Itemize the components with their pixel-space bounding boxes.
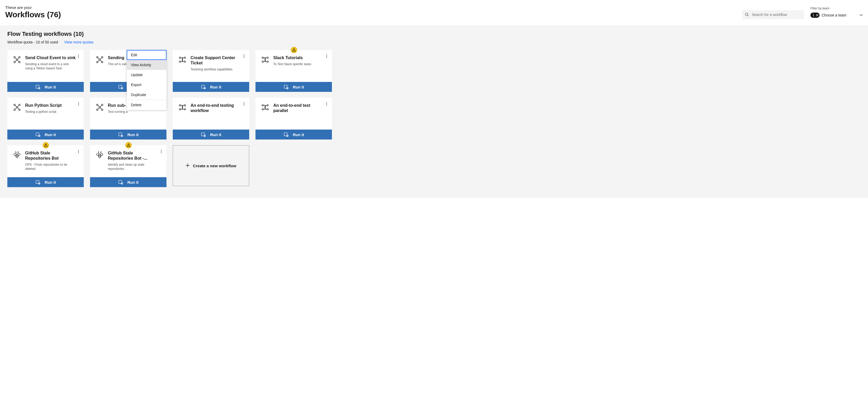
card-body: Send Cloud Event to sinkSending a cloud … [7, 50, 84, 82]
card-menu-button[interactable] [323, 53, 330, 60]
run-button-label: Run it [210, 85, 221, 89]
run-button-label: Run it [127, 132, 139, 137]
team-chip[interactable]: 1 [810, 12, 819, 18]
svg-point-92 [78, 150, 79, 151]
card-body: GitHub Stale Repositories Bot -...Identi… [90, 145, 166, 177]
svg-point-113 [97, 153, 99, 155]
run-button[interactable]: Run it [173, 82, 249, 92]
svg-point-77 [179, 105, 181, 106]
workflow-card: An end-to-end testing workflowRun it [173, 98, 249, 139]
workflow-card: GitHub Stale Repositories BotOPS - Finds… [7, 145, 84, 187]
svg-point-74 [244, 102, 245, 103]
run-button[interactable]: Run it [7, 177, 84, 187]
svg-point-50 [78, 105, 79, 106]
card-menu-button[interactable] [323, 100, 330, 107]
card-menu-button[interactable] [75, 100, 82, 107]
workflow-type-icon [13, 55, 22, 79]
menu-item-edit[interactable]: Edit [127, 50, 166, 60]
menu-item-update[interactable]: Update [127, 70, 166, 80]
svg-point-0 [745, 13, 748, 16]
team-chip-count: 1 [812, 13, 814, 17]
svg-line-69 [98, 105, 99, 107]
card-title: An end-to-end test parallel [273, 103, 324, 113]
menu-item-duplicate[interactable]: Duplicate [127, 90, 166, 100]
card-text-block: An end-to-end test parallel [273, 103, 324, 127]
svg-line-72 [100, 108, 102, 109]
svg-point-34 [184, 57, 186, 59]
card-body: Slack TutorialsTo Test Slack specific ta… [255, 50, 332, 82]
svg-point-43 [262, 57, 264, 59]
svg-line-1 [748, 15, 749, 17]
svg-point-49 [78, 104, 79, 104]
run-button[interactable]: Run it [7, 82, 84, 92]
workflow-type-icon [13, 103, 22, 127]
svg-line-12 [15, 58, 17, 59]
card-description: Testing a python script [25, 110, 76, 114]
card-menu-button[interactable] [75, 53, 82, 60]
run-button-label: Run it [45, 180, 56, 185]
svg-line-58 [15, 108, 17, 109]
workflow-type-icon [261, 55, 270, 79]
svg-line-71 [98, 108, 99, 109]
workflow-cards-grid: Send Cloud Event to sinkSending a cloud … [7, 50, 861, 187]
create-workflow-label: Create a new workflow [193, 164, 236, 168]
run-button[interactable]: Run it [255, 130, 332, 139]
svg-line-25 [98, 58, 99, 59]
svg-point-91 [45, 146, 46, 147]
svg-point-31 [244, 56, 245, 57]
search-box[interactable] [742, 10, 804, 19]
card-menu-button[interactable] [158, 148, 165, 155]
svg-line-26 [100, 58, 102, 59]
run-button[interactable]: Run it [173, 130, 249, 139]
svg-point-35 [179, 61, 181, 63]
card-title: Create Support Center Ticket [191, 55, 242, 66]
run-button[interactable]: Run it [255, 82, 332, 92]
svg-point-108 [161, 151, 162, 152]
svg-point-118 [101, 152, 101, 152]
workflow-type-icon [179, 55, 187, 79]
card-actions-menu[interactable]: Edit View Activity Update Export Duplica… [127, 50, 166, 110]
header-controls: Filter by team 1 Choose a team [742, 6, 863, 19]
card-text-block: Create Support Center TicketTestining wo… [191, 55, 242, 79]
workflow-type-icon [13, 151, 22, 174]
svg-point-46 [267, 61, 269, 63]
card-title: An end-to-end testing workflow [191, 103, 242, 113]
svg-line-14 [15, 60, 17, 62]
menu-item-delete[interactable]: Delete [127, 100, 166, 110]
card-description: To Test Slack specific tasks [273, 62, 324, 66]
card-text-block: Slack TutorialsTo Test Slack specific ta… [273, 55, 324, 79]
card-description: Identify and clean up stale repositories [108, 162, 159, 171]
workflow-card: An end-to-end test parallelRun it [255, 98, 332, 139]
svg-point-86 [267, 105, 269, 106]
card-menu-button[interactable] [240, 100, 248, 107]
card-body: An end-to-end testing workflow [173, 98, 249, 130]
card-menu-button[interactable] [240, 53, 248, 60]
svg-point-33 [179, 57, 181, 59]
team-picker[interactable]: 1 Choose a team [810, 11, 863, 19]
close-icon[interactable] [816, 14, 818, 17]
svg-line-15 [18, 60, 19, 62]
content-area: Flow Testing workflows (10) Workflow quo… [0, 25, 868, 198]
card-description: Test running a [108, 110, 159, 114]
svg-point-32 [244, 57, 245, 58]
card-body: Run Python ScriptTesting a python script [7, 98, 84, 130]
svg-line-70 [100, 105, 102, 107]
card-menu-button[interactable] [75, 148, 82, 155]
run-button[interactable]: Run it [90, 130, 166, 139]
svg-point-42 [327, 57, 327, 58]
create-workflow-card[interactable]: Create a new workflow [173, 145, 249, 186]
team-picker-placeholder: Choose a team [822, 13, 846, 17]
search-input[interactable] [752, 12, 802, 17]
workflow-type-icon [179, 103, 187, 127]
menu-item-export[interactable]: Export [127, 80, 166, 90]
workflow-card: GitHub Stale Repositories Bot -...Identi… [90, 145, 166, 187]
page-header: These are your Workflows (76) Filter by … [0, 0, 868, 25]
svg-point-41 [327, 56, 327, 57]
workflow-type-icon [96, 151, 104, 174]
menu-item-view-activity[interactable]: View Activity [127, 60, 166, 70]
run-button[interactable]: Run it [90, 177, 166, 187]
run-button-label: Run it [210, 132, 221, 137]
view-quotas-link[interactable]: View more quotas [64, 40, 94, 44]
svg-point-94 [78, 153, 79, 153]
run-button[interactable]: Run it [7, 130, 84, 139]
